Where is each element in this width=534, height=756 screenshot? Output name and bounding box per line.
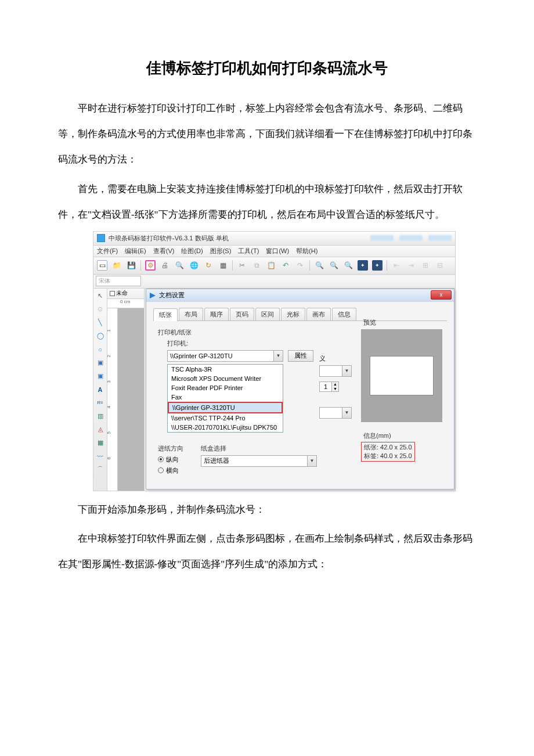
dialog-icon [149, 291, 157, 300]
dialog-titlebar: 文档设置 x [146, 289, 454, 302]
align3-icon[interactable]: ⊞ [420, 260, 431, 271]
paragraph-2: 首先，需要在电脑上安装支持连接佳博标签打印机的中琅标签打印软件，然后双击打开软件… [58, 177, 476, 228]
text-icon[interactable]: A [96, 385, 105, 394]
paragraph-1: 平时在进行标签打印设计打印工作时，标签上内容经常会包含有流水号、条形码、二维码等… [58, 96, 476, 173]
image1-icon[interactable]: ▣ [96, 358, 105, 368]
table-icon[interactable]: ▦ [96, 438, 105, 448]
circle-icon[interactable]: ○ [96, 345, 105, 354]
chevron-down-icon[interactable]: ▼ [307, 456, 316, 466]
undo-icon[interactable]: ↶ [280, 260, 291, 271]
tab-cursor[interactable]: 光标 [281, 308, 305, 321]
ellipse-icon[interactable]: ◯ [96, 332, 105, 341]
canvas-column: 未命 0 cm 1 2 3 4 5 6 [107, 289, 145, 491]
paper-extra-combo[interactable]: ▼ [319, 407, 352, 419]
printer-option[interactable]: Fax [168, 393, 283, 402]
hand-icon[interactable]: ⊙ [96, 305, 105, 314]
paragraph-4: 在中琅标签打印软件界面左侧，点击条形码图标，在画布上绘制条码样式，然后双击条形码… [58, 526, 476, 577]
tab-range[interactable]: 区间 [255, 308, 280, 321]
print-icon[interactable]: 🖨 [160, 260, 170, 271]
orientation-group: 进纸方向 纵向 横向 [158, 444, 183, 477]
printer-option[interactable]: \\server\TSC TTP-244 Pro [168, 413, 283, 423]
align1-icon[interactable]: ⇤ [391, 260, 402, 271]
richtext-icon[interactable]: R≡ [96, 398, 105, 408]
tab-paper[interactable]: 纸张 [153, 308, 178, 321]
font-combo[interactable]: 宋体 [96, 276, 141, 286]
tab-canvas[interactable]: 画布 [306, 308, 331, 321]
printer-option[interactable]: \\USER-20170701KL\Fujitsu DPK750 [168, 423, 283, 432]
info-block: 信息(mm) 纸张: 42.0 x 25.0 标签: 40.0 x 25.0 [361, 430, 448, 462]
menu-window[interactable]: 窗口(W) [266, 247, 289, 255]
copy-icon[interactable]: ⧉ [251, 260, 262, 271]
grid-icon[interactable]: ▦ [218, 260, 228, 271]
paper-def-combo[interactable]: ▼ [319, 365, 352, 377]
refresh-icon[interactable]: ↻ [203, 260, 214, 271]
image2-icon[interactable]: ▣ [96, 372, 105, 381]
preview-page [370, 356, 434, 395]
printer-attr-button[interactable]: 属性 [288, 350, 313, 362]
chevron-down-icon[interactable]: ▼ [342, 408, 351, 418]
dialog-title: 文档设置 [159, 291, 185, 300]
globe-icon[interactable]: 🌐 [189, 260, 199, 271]
menu-file[interactable]: 文件(F) [97, 247, 118, 255]
tab-order[interactable]: 顺序 [204, 308, 229, 321]
chevron-down-icon[interactable]: ▼ [273, 351, 283, 361]
zoom-icon[interactable]: 🔍 [174, 260, 185, 271]
fit2-icon[interactable]: ✦ [372, 260, 383, 271]
menu-help[interactable]: 帮助(H) [296, 247, 317, 255]
align2-icon[interactable]: ⇥ [406, 260, 416, 271]
menu-edit[interactable]: 编辑(E) [125, 247, 146, 255]
arc-icon[interactable]: ⌒ [96, 465, 105, 474]
doc-tab[interactable]: 未命 [107, 289, 144, 299]
cut-icon[interactable]: ✂ [237, 260, 247, 271]
tab-info[interactable]: 信息 [332, 308, 356, 321]
orient-landscape[interactable]: 横向 [158, 466, 183, 475]
menu-tool[interactable]: 工具(T) [238, 247, 259, 255]
preview-label: 预览 [361, 318, 448, 327]
titlebar: 中琅条码标签打印软件-V6.3.1 数码版 单机 [93, 232, 455, 246]
printer-option[interactable]: Foxit Reader PDF Printer [168, 383, 283, 393]
document-title: 佳博标签打印机如何打印条码流水号 [58, 58, 476, 78]
curve-icon[interactable]: 〰 [96, 452, 105, 461]
fit1-icon[interactable]: ✦ [358, 260, 368, 271]
paste-icon[interactable]: 📋 [266, 260, 276, 271]
menu-draw[interactable]: 绘图(D) [181, 247, 203, 255]
printer-dropdown-list: TSC Alpha-3R Microsoft XPS Document Writ… [167, 364, 283, 433]
qrcode-icon[interactable]: ◬ [96, 425, 105, 434]
spin-buttons[interactable]: ▲▼ [332, 381, 339, 392]
align4-icon[interactable]: ⊟ [435, 260, 445, 271]
font-row: 宋体 [93, 276, 455, 289]
tray-value: 后进纸器 [204, 456, 229, 465]
line-icon[interactable]: ╲ [96, 318, 105, 327]
radio-icon [158, 467, 164, 473]
search1-icon[interactable]: 🔍 [314, 260, 324, 271]
copies-input[interactable] [319, 381, 332, 392]
chevron-down-icon[interactable]: ▼ [342, 366, 351, 376]
new-icon[interactable]: ▭ [97, 260, 107, 271]
menu-shape[interactable]: 图形(S) [210, 247, 232, 255]
search2-icon[interactable]: 🔍 [329, 260, 339, 271]
barcode-icon[interactable]: ▥ [96, 412, 105, 421]
orient-portrait[interactable]: 纵向 [158, 455, 183, 464]
paragraph-3: 下面开始添加条形码，并制作条码流水号： [58, 497, 476, 523]
save-icon[interactable]: 💾 [126, 260, 136, 271]
menu-view[interactable]: 查看(V) [153, 247, 175, 255]
tray-combo[interactable]: 后进纸器 ▼ [201, 455, 317, 467]
open-icon[interactable]: 📁 [111, 260, 122, 271]
redo-icon[interactable]: ↷ [295, 260, 305, 271]
tab-layout[interactable]: 布局 [179, 308, 203, 321]
toolbar: ▭ 📁 💾 ⚙ 🖨 🔍 🌐 ↻ ▦ ✂ ⧉ 📋 ↶ ↷ 🔍 🔍 🔍 ✦ ✦ ⇤ … [93, 257, 455, 275]
printer-option[interactable]: Microsoft XPS Document Writer [168, 374, 283, 383]
printer-option-selected[interactable]: \\Gprinter GP-3120TU [168, 402, 283, 413]
tab-page[interactable]: 页码 [230, 308, 254, 321]
printer-combo[interactable]: \\Gprinter GP-3120TU ▼ [167, 350, 283, 362]
canvas[interactable] [118, 308, 144, 491]
feed-label: 进纸方向 [158, 444, 183, 453]
search3-icon[interactable]: 🔍 [343, 260, 353, 271]
paper-extra: 义 ▼ ▲▼ ▼ [319, 354, 353, 419]
printer-option[interactable]: TSC Alpha-3R [168, 365, 283, 374]
doc-settings-icon[interactable]: ⚙ [145, 260, 156, 271]
info-title: 信息(mm) [361, 430, 448, 441]
dialog-close-button[interactable]: x [431, 290, 452, 300]
copies-spin[interactable]: ▲▼ [319, 381, 353, 392]
pointer-icon[interactable]: ↖ [96, 291, 105, 301]
